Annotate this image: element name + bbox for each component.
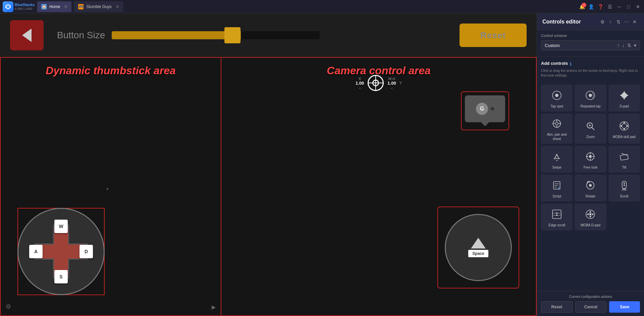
- editor-body: Add controls ℹ Click or drag the actions…: [537, 57, 644, 291]
- editor-import-btn[interactable]: ⇅: [614, 18, 623, 26]
- g-key-label: G: [476, 103, 488, 115]
- control-tap-spot[interactable]: Tap spot: [541, 85, 573, 111]
- editor-more-btn[interactable]: ⋯: [623, 18, 631, 26]
- aim-control[interactable]: X 1.00 ⌄ ht cl 1.00 ⌄: [356, 75, 402, 91]
- space-button-container[interactable]: Space: [437, 207, 519, 288]
- editor-header: Controls editor ⚙ ↑ ⇅ ⋯ ✕: [537, 13, 644, 30]
- svg-point-24: [623, 128, 625, 130]
- control-repeated-tap[interactable]: Repeated tap: [575, 85, 606, 111]
- tab-home[interactable]: 🏠 Home ✕: [37, 1, 71, 12]
- svg-marker-41: [558, 187, 559, 189]
- control-rotate[interactable]: Rotate: [575, 175, 606, 201]
- footer-reset-btn[interactable]: Reset: [541, 301, 573, 313]
- zoom-icon: [584, 119, 597, 133]
- tab-close-home[interactable]: ✕: [64, 4, 67, 9]
- control-aim-pan-shoot[interactable]: Aim, pan and shoot: [541, 114, 573, 144]
- control-scroll[interactable]: Scroll: [608, 175, 640, 201]
- editor-settings-btn[interactable]: ⚙: [598, 18, 606, 26]
- control-zoom[interactable]: Zoom: [575, 114, 606, 144]
- svg-marker-60: [592, 213, 594, 215]
- moba-dpad-icon: [584, 208, 597, 221]
- dpad-key-down[interactable]: S: [54, 270, 68, 283]
- tap-spot-label: Tap spot: [550, 104, 563, 108]
- dpad-key-up[interactable]: W: [54, 220, 68, 233]
- scheme-selector[interactable]: Custom ↑ ↓ ⇅ ▾: [541, 40, 640, 50]
- svg-point-28: [556, 160, 557, 161]
- svg-point-23: [623, 122, 625, 124]
- tilt-icon: [618, 150, 631, 163]
- svg-point-25: [621, 125, 622, 127]
- g-button[interactable]: G: [465, 95, 505, 122]
- notification-btn[interactable]: 🔔 4: [579, 4, 585, 9]
- space-triangle-icon: [471, 238, 486, 249]
- tap-spot-icon: [550, 89, 564, 102]
- dpad-container[interactable]: W S A D: [17, 208, 105, 295]
- svg-point-22: [622, 123, 627, 128]
- app-version: 4.280.1.1002: [15, 7, 35, 10]
- editor-export-btn[interactable]: ↑: [606, 18, 614, 26]
- g-button-container[interactable]: G: [461, 91, 509, 130]
- dpad-key-left[interactable]: A: [29, 245, 43, 258]
- bluestacks-logo: BlueStacks 4.280.1.1002: [3, 1, 35, 12]
- account-btn[interactable]: 👤: [588, 3, 594, 10]
- help-btn[interactable]: ❓: [597, 3, 604, 10]
- reset-label: Reset: [480, 30, 506, 41]
- footer-save-btn[interactable]: Save: [609, 301, 640, 313]
- editor-close-btn[interactable]: ✕: [631, 18, 639, 26]
- tab-stumble-guys[interactable]: 🎮 Stumble Guys ✕: [74, 1, 123, 12]
- control-free-look[interactable]: Free look: [575, 146, 606, 173]
- scheme-share-btn[interactable]: ⇅: [627, 43, 631, 48]
- button-size-section: Button Size: [57, 30, 446, 41]
- close-btn[interactable]: ✕: [635, 3, 641, 10]
- slider-thumb[interactable]: [224, 27, 240, 43]
- repeated-tap-label: Repeated tap: [580, 104, 600, 108]
- scheme-download-btn[interactable]: ↓: [622, 43, 625, 48]
- moba-skill-pad-label: MOBA skill pad: [613, 135, 636, 139]
- maximize-btn[interactable]: □: [625, 3, 632, 10]
- footer-cancel-btn[interactable]: Cancel: [575, 301, 607, 313]
- tab-close-stumble[interactable]: ✕: [116, 4, 119, 9]
- control-script[interactable]: Script: [541, 175, 573, 201]
- dpad-label: D-pad: [620, 104, 629, 108]
- moba-skill-pad-icon: [618, 119, 631, 133]
- menu-btn[interactable]: ☰: [606, 3, 613, 10]
- scheme-section: Control scheme Custom ↑ ↓ ⇅ ▾: [537, 30, 644, 57]
- camera-control-area: Camera control area X 1.00 ⌄: [221, 57, 537, 316]
- bluestacks-icon: [3, 1, 13, 12]
- scroll-label: Scroll: [620, 194, 628, 198]
- scheme-dropdown-btn[interactable]: ▾: [634, 43, 636, 48]
- scheme-upload-btn[interactable]: ↑: [617, 43, 620, 48]
- free-look-label: Free look: [584, 165, 598, 170]
- space-button-inner: Space: [468, 238, 488, 257]
- moba-dpad-label: MOBA D-pad: [581, 223, 600, 227]
- control-swipe[interactable]: Swipe: [541, 146, 573, 173]
- space-key-label[interactable]: Space: [468, 250, 488, 257]
- gear-icon[interactable]: ⚙: [6, 303, 11, 310]
- scheme-icons: ↑ ↓ ⇅ ▾: [617, 43, 636, 48]
- tab-home-label: Home: [49, 4, 60, 9]
- control-dpad[interactable]: D-pad: [608, 85, 640, 111]
- footer-buttons: Reset Cancel Save: [541, 301, 640, 313]
- fullscreen-icon[interactable]: ▶: [212, 304, 216, 310]
- crosshair[interactable]: [367, 75, 384, 91]
- add-controls-info-icon[interactable]: ℹ: [570, 61, 572, 66]
- aim-pan-shoot-icon: [550, 117, 564, 130]
- minimize-btn[interactable]: ─: [616, 3, 623, 10]
- edge-scroll-label: Edge scroll: [548, 223, 565, 227]
- scheme-label: Control scheme: [541, 34, 640, 38]
- edge-scroll-icon: [550, 208, 564, 221]
- control-tilt[interactable]: Tilt: [608, 146, 640, 173]
- back-button[interactable]: [10, 20, 44, 50]
- svg-point-30: [589, 155, 592, 158]
- tab-stumble-label: Stumble Guys: [86, 4, 111, 9]
- control-moba-dpad[interactable]: MOBA D-pad: [575, 204, 606, 230]
- reset-button[interactable]: Reset: [460, 24, 527, 47]
- button-size-slider[interactable]: [112, 31, 320, 39]
- control-moba-skill-pad[interactable]: MOBA skill pad: [608, 114, 640, 144]
- dpad-key-right[interactable]: D: [79, 245, 93, 258]
- editor-title: Controls editor: [542, 19, 598, 25]
- game-area: Button Size Reset Dynamic thumbstick are…: [0, 13, 537, 316]
- svg-marker-59: [587, 213, 589, 215]
- speech-bubble-tail: [481, 122, 489, 126]
- control-edge-scroll[interactable]: Edge scroll: [541, 204, 573, 230]
